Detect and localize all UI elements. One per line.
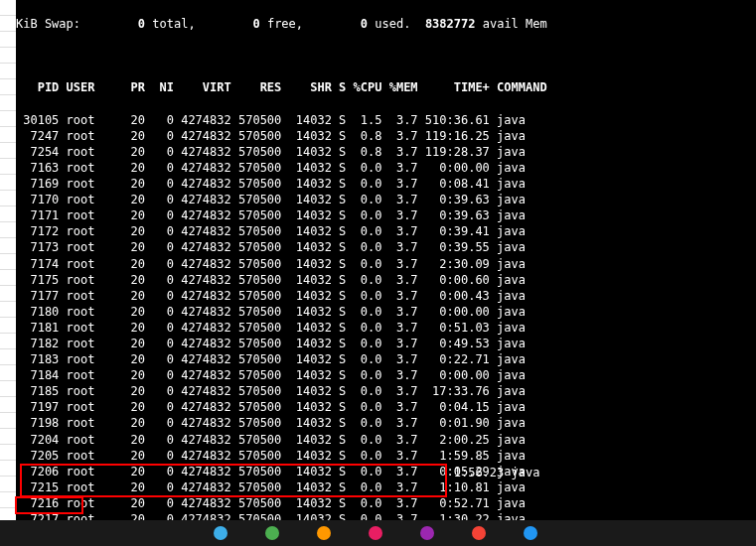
process-row: 7182 root 20 0 4274832 570500 14032 S 0.… [16, 336, 756, 351]
process-row: 7170 root 20 0 4274832 570500 14032 S 0.… [16, 192, 756, 207]
process-row: 7204 root 20 0 4274832 570500 14032 S 0.… [16, 432, 756, 448]
taskbar-app-icon[interactable] [369, 526, 382, 540]
process-row: 7247 root 20 0 4274832 570500 14032 S 0.… [16, 128, 756, 144]
process-row: 7205 root 20 0 4274832 570500 14032 S 0.… [16, 448, 756, 464]
terminal[interactable]: KiB Swap: 0 total, 0 free, 0 used. 83827… [16, 0, 756, 520]
process-row: 7183 root 20 0 4274832 570500 14032 S 0.… [16, 351, 756, 367]
process-row: 7215 root 20 0 4274832 570500 14032 S 0.… [16, 479, 756, 495]
process-row: 7254 root 20 0 4274832 570500 14032 S 0.… [16, 144, 756, 160]
taskbar-app-icon[interactable] [524, 526, 537, 540]
taskbar[interactable] [0, 520, 756, 546]
swap-summary-line: KiB Swap: 0 total, 0 free, 0 used. 83827… [16, 16, 756, 32]
process-row: 30105 root 20 0 4274832 570500 14032 S 1… [16, 112, 756, 128]
process-row: 7171 root 20 0 4274832 570500 14032 S 0.… [16, 207, 756, 223]
process-table-body: 30105 root 20 0 4274832 570500 14032 S 1… [16, 112, 756, 546]
blank-line [16, 48, 756, 64]
process-row: 7197 root 20 0 4274832 570500 14032 S 0.… [16, 399, 756, 415]
process-row: 7206 root 20 0 4274832 570500 14032 S 0.… [16, 464, 756, 479]
process-row: 7198 root 20 0 4274832 570500 14032 S 0.… [16, 415, 756, 431]
process-row: 7180 root 20 0 4274832 570500 14032 S 0.… [16, 304, 756, 320]
process-row: 7216 root 20 0 4274832 570500 14032 S 0.… [16, 495, 756, 511]
editor-gutter [0, 0, 16, 520]
taskbar-app-icon[interactable] [472, 526, 486, 540]
process-table-header: PID USER PR NI VIRT RES SHR S %CPU %MEM … [16, 79, 756, 95]
process-row: 7169 root 20 0 4274832 570500 14032 S 0.… [16, 176, 756, 192]
process-row: 7174 root 20 0 4274832 570500 14032 S 0.… [16, 256, 756, 272]
taskbar-app-icon[interactable] [265, 526, 279, 540]
process-row: 7163 root 20 0 4274832 570500 14032 S 0.… [16, 160, 756, 176]
taskbar-app-icon[interactable] [420, 526, 434, 540]
process-row: 7184 root 20 0 4274832 570500 14032 S 0.… [16, 367, 756, 383]
process-row: 7185 root 20 0 4274832 570500 14032 S 0.… [16, 383, 756, 399]
process-row: 7172 root 20 0 4274832 570500 14032 S 0.… [16, 223, 756, 239]
process-row: 7177 root 20 0 4274832 570500 14032 S 0.… [16, 288, 756, 304]
taskbar-app-icon[interactable] [214, 526, 227, 540]
process-row: 7181 root 20 0 4274832 570500 14032 S 0.… [16, 320, 756, 336]
process-row: 7173 root 20 0 4274832 570500 14032 S 0.… [16, 239, 756, 255]
taskbar-app-icon[interactable] [317, 526, 331, 540]
process-row: 7175 root 20 0 4274832 570500 14032 S 0.… [16, 272, 756, 288]
